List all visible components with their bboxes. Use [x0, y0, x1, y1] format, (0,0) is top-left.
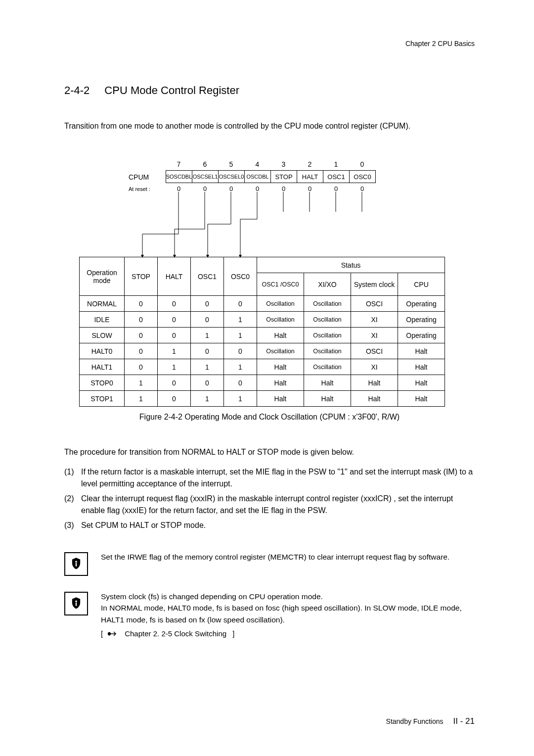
bracket: ]: [230, 628, 234, 640]
note-icon: [64, 552, 88, 576]
bit-num: 4: [244, 160, 270, 168]
table-cell: Halt: [351, 391, 398, 407]
table-row: STOP01000HaltHaltHaltHalt: [80, 375, 445, 391]
bit-num: 6: [192, 160, 218, 168]
table-cell: 0: [125, 328, 158, 343]
list-text: Clear the interrupt request flag (xxxIR)…: [81, 493, 475, 517]
reset-val: 0: [270, 185, 297, 192]
bit-number-row: 7 6 5 4 3 2 1 0: [166, 160, 375, 168]
table-cell: 0: [158, 328, 191, 343]
reset-val: 0: [349, 185, 375, 192]
table-row: HALT10111HaltOscillationXIHalt: [80, 359, 445, 375]
table-cell: 0: [224, 296, 257, 312]
note-text: Set the IRWE flag of the memory control …: [101, 551, 449, 563]
page-footer: Standby Functions II - 21: [386, 716, 475, 726]
table-cell: XI: [351, 359, 398, 375]
note-line: In NORMAL mode, HALT0 mode, fs is based …: [101, 602, 475, 625]
table-cell: Operating: [398, 328, 445, 343]
table-cell: Oscillation: [257, 343, 304, 359]
reset-val: 0: [192, 185, 218, 192]
table-cell: 1: [224, 391, 257, 407]
procedure-intro: The procedure for transition from NORMAL…: [64, 446, 475, 458]
table-cell: Oscillation: [304, 359, 351, 375]
table-cell: Operating: [398, 312, 445, 328]
svg-rect-5: [76, 563, 77, 567]
table-cell: 0: [158, 391, 191, 407]
table-cell: Halt: [398, 359, 445, 375]
th: OSC1: [191, 257, 224, 296]
table-cell: 0: [224, 343, 257, 359]
table-cell: 0: [191, 312, 224, 328]
reset-val: 0: [218, 185, 244, 192]
table-cell: Halt: [304, 375, 351, 391]
table-cell: 0: [191, 375, 224, 391]
register-boxes: SOSCDBL OSCSEL1 OSCSEL0 OSCDBL STOP HALT…: [166, 170, 376, 183]
connector-lines: [89, 182, 534, 266]
table-cell: Halt: [257, 391, 304, 407]
section-title-text: CPU Mode Control Register: [104, 84, 239, 97]
list-number: (3): [64, 520, 81, 531]
note-block: System clock (fs) is changed depending o…: [64, 591, 475, 639]
table-cell: Halt: [398, 375, 445, 391]
table-row: HALT00100OscillationOscillationOSCIHalt: [80, 343, 445, 359]
table-cell: HALT0: [80, 343, 125, 359]
reset-val: 0: [323, 185, 349, 192]
table-cell: STOP0: [80, 375, 125, 391]
table-cell: Halt: [398, 391, 445, 407]
table-cell: Oscillation: [304, 328, 351, 343]
reg-field: OSC0: [349, 170, 376, 183]
cpum-diagram: 7 6 5 4 3 2 1 0 CPUM SOSCDBL OSCSEL1 OSC…: [64, 160, 475, 398]
bit-num: 3: [270, 160, 297, 168]
table-cell: Oscillation: [304, 343, 351, 359]
table-cell: 1: [191, 359, 224, 375]
cross-reference: [ Chapter 2. 2-5 Clock Switching ]: [101, 628, 475, 640]
bit-num: 1: [323, 160, 349, 168]
section-heading: 2-4-2 CPU Mode Control Register: [64, 84, 475, 97]
table-cell: STOP1: [80, 391, 125, 407]
list-item: (2)Clear the interrupt request flag (xxx…: [64, 493, 475, 517]
list-number: (2): [64, 493, 81, 517]
table-cell: 0: [125, 296, 158, 312]
table-row: IDLE0001OscillationOscillationXIOperatin…: [80, 312, 445, 328]
list-number: (1): [64, 466, 81, 490]
table-cell: Halt: [257, 328, 304, 343]
bit-num: 0: [349, 160, 375, 168]
table-row: SLOW0011HaltOscillationXIOperating: [80, 328, 445, 343]
svg-rect-7: [76, 603, 77, 606]
table-cell: 0: [125, 312, 158, 328]
table-cell: Halt: [351, 375, 398, 391]
bracket: [: [101, 628, 103, 640]
table-cell: 0: [125, 359, 158, 375]
table-cell: 0: [191, 343, 224, 359]
th: STOP: [125, 257, 158, 296]
table-cell: Halt: [304, 391, 351, 407]
bit-num: 7: [166, 160, 192, 168]
bit-num: 5: [218, 160, 244, 168]
reference-text: Chapter 2. 2-5 Clock Switching: [125, 628, 226, 640]
footer-label: Standby Functions: [386, 717, 444, 725]
reset-val: 0: [297, 185, 323, 192]
note-block: Set the IRWE flag of the memory control …: [64, 551, 475, 576]
reg-field: OSCDBL: [244, 170, 270, 183]
table-cell: 1: [125, 391, 158, 407]
list-item: (3)Set CPUM to HALT or STOP mode.: [64, 520, 475, 531]
table-cell: 0: [158, 312, 191, 328]
reset-val: 0: [166, 185, 192, 192]
th-status: Status: [257, 257, 445, 273]
th: OSC1 /OSC0: [257, 273, 304, 296]
reg-field: OSC1: [323, 170, 349, 183]
table-cell: 1: [191, 328, 224, 343]
table-cell: 0: [158, 296, 191, 312]
table-cell: Halt: [257, 375, 304, 391]
th: HALT: [158, 257, 191, 296]
page-number: II - 21: [453, 716, 475, 726]
list-text: Set CPUM to HALT or STOP mode.: [81, 520, 475, 531]
svg-point-4: [75, 561, 77, 563]
table-cell: 1: [191, 391, 224, 407]
procedure-list: (1)If the return factor is a maskable in…: [64, 466, 475, 531]
note-line: System clock (fs) is changed depending o…: [101, 591, 475, 602]
chapter-header: Chapter 2 CPU Basics: [405, 40, 475, 47]
th: XI/XO: [304, 273, 351, 296]
svg-point-8: [108, 632, 111, 636]
table-cell: 0: [125, 343, 158, 359]
